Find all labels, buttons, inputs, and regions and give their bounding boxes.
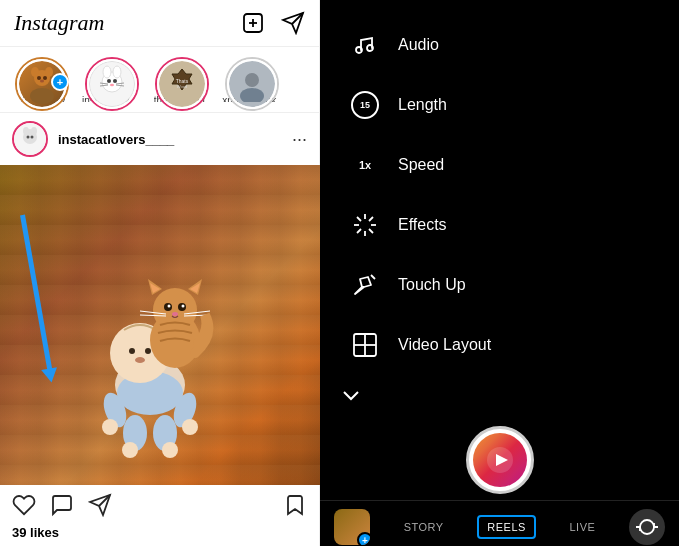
add-media-badge: + [357,532,370,545]
touchup-label: Touch Up [398,276,466,294]
svg-text:Wood: Wood [177,84,187,89]
speed-icon: 1x [350,150,380,180]
tab-live[interactable]: LIVE [562,517,604,537]
svg-point-54 [168,305,171,308]
svg-point-13 [113,66,121,78]
svg-point-7 [45,67,53,77]
top-bar-icons [241,11,305,35]
post-username: instacatlovers____ [58,132,282,147]
svg-point-5 [30,88,54,104]
audio-label: Audio [398,36,439,54]
capture-button-inner [473,433,527,487]
story-instacatlovers[interactable]: instacatlovers_ [82,57,142,102]
menu-item-length[interactable]: 15 Length [340,76,679,134]
svg-point-45 [162,442,178,458]
svg-line-71 [357,229,361,233]
story-thats-wood[interactable]: Thats Wood thats_wood_ [152,57,212,102]
svg-point-25 [240,88,264,102]
svg-line-70 [369,217,373,221]
like-button[interactable] [12,493,36,517]
menu-item-effects[interactable]: Effects [340,196,679,254]
gallery-thumbnail[interactable]: + [334,509,370,545]
svg-point-47 [153,288,197,332]
chevron-down-button[interactable] [320,374,679,416]
svg-point-55 [182,305,185,308]
menu-item-touchup[interactable]: Touch Up [340,256,679,314]
post-avatar[interactable] [12,121,48,157]
post-image [0,165,320,485]
tab-story[interactable]: STORY [396,517,452,537]
story-xronis[interactable]: xronis_pegk_ [222,57,282,102]
post-more-button[interactable]: ··· [292,129,307,150]
add-story-badge[interactable]: + [51,73,69,91]
stories-row: + Your Story [0,47,319,113]
likes-count: 39 likes [0,525,319,540]
speed-label: Speed [398,156,444,174]
menu-item-speed[interactable]: 1x Speed [340,136,679,194]
svg-point-24 [245,73,259,87]
svg-point-12 [103,66,111,78]
svg-point-30 [27,136,30,139]
length-label: Length [398,96,447,114]
svg-point-31 [31,136,34,139]
svg-point-8 [37,76,41,80]
svg-point-41 [182,419,198,435]
length-icon: 15 [350,90,380,120]
effects-icon [350,210,380,240]
reels-menu: Audio 15 Length 1x Speed [320,0,679,374]
svg-point-14 [107,79,111,83]
svg-point-39 [102,419,118,435]
audio-icon [350,30,380,60]
svg-point-29 [31,127,37,135]
reels-camera-panel: Audio 15 Length 1x Speed [320,0,679,546]
svg-line-72 [371,275,375,279]
top-bar: Instagram [0,0,319,47]
menu-item-audio[interactable]: Audio [340,16,679,74]
bookmark-button[interactable] [283,493,307,517]
send-button[interactable] [281,11,305,35]
cat-illustration [130,275,220,375]
instagram-logo: Instagram [14,10,104,36]
svg-point-44 [122,442,138,458]
video-layout-icon [350,330,380,360]
svg-point-6 [31,67,39,77]
svg-line-68 [357,217,361,221]
svg-point-28 [23,127,29,135]
touchup-icon [350,270,380,300]
instagram-feed-panel: Instagram [0,0,320,546]
post-actions [0,485,319,525]
post-header: instacatlovers____ ··· [0,113,319,165]
tab-reels[interactable]: REELS [477,515,536,539]
capture-row [320,416,679,500]
menu-item-video-layout[interactable]: Video Layout [340,316,679,374]
svg-point-63 [367,45,373,51]
effects-label: Effects [398,216,447,234]
svg-point-56 [172,312,178,316]
svg-point-10 [40,80,44,83]
svg-point-15 [113,79,117,83]
new-post-button[interactable] [241,11,265,35]
your-story-item[interactable]: + Your Story [12,57,72,102]
video-layout-label: Video Layout [398,336,491,354]
svg-line-69 [369,229,373,233]
share-button[interactable] [88,493,112,517]
flip-camera-button[interactable] [629,509,665,545]
bottom-nav: + STORY REELS LIVE [320,500,679,546]
comment-button[interactable] [50,493,74,517]
capture-button[interactable] [466,426,534,494]
svg-point-16 [110,84,114,86]
svg-point-62 [356,47,362,53]
svg-point-9 [43,76,47,80]
